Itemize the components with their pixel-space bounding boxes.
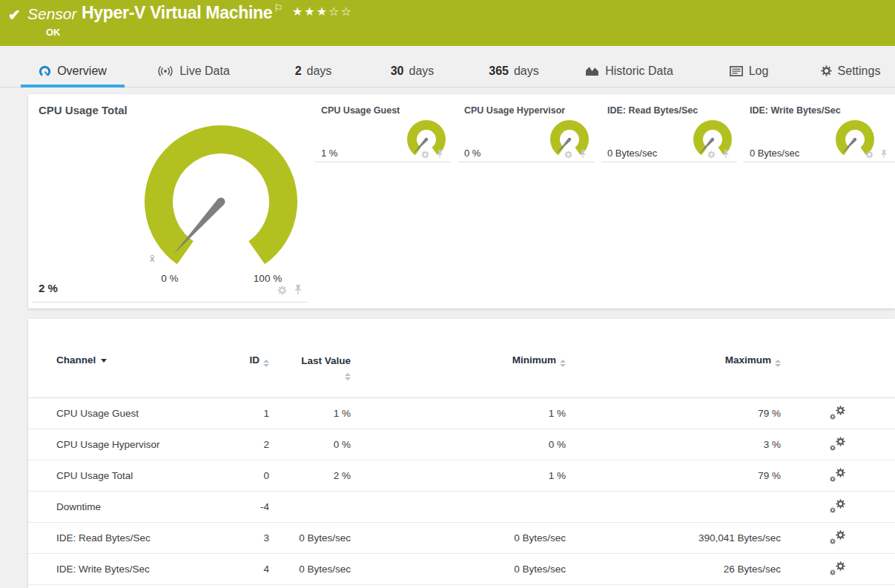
table-row[interactable]: IDE: Write Bytes/Sec 4 0 Bytes/sec 0 Byt… [28,554,895,585]
gauge-icon [39,65,51,77]
cell-channel: IDE: Write Bytes/Sec [28,564,236,575]
cell-channel: CPU Usage Guest [28,408,236,419]
pin-icon[interactable] [880,150,888,159]
cell-maximum: 390,041 Bytes/sec [566,532,781,544]
gauge-title: IDE: Read Bytes/Sec [607,105,698,116]
priority-star-rating[interactable]: ★★★☆☆ [292,4,353,19]
gauge-scale-max-label: 100 % [247,273,288,284]
sort-arrows-icon [263,360,269,367]
cell-id: 2 [236,439,269,450]
cell-maximum: 26 Bytes/sec [566,564,781,575]
gear-icon[interactable] [421,151,429,159]
table-row[interactable]: CPU Usage Hypervisor 2 0 % 0 % 3 % [28,429,895,460]
mean-marker: x̄ [150,253,155,264]
gauge-value: 1 % [321,148,337,159]
cell-id: 4 [236,564,269,575]
broadcast-icon [157,66,174,76]
table-row[interactable]: IDE: Read Bytes/Sec 3 0 Bytes/sec 0 Byte… [28,523,895,554]
cell-maximum: 3 % [566,439,781,450]
cell-last-value: 1 % [269,408,351,419]
channel-settings-gears-icon[interactable] [829,468,847,483]
tab-label: Live Data [179,65,230,78]
column-header-channel[interactable]: Channel [28,354,236,366]
gear-icon[interactable] [707,151,716,159]
cell-id: 3 [236,532,269,544]
table-header-row: Channel ID Last Value Minimum Maximum [28,354,895,398]
tab-label: Historic Data [605,65,673,78]
tab-number: 2 [295,65,302,78]
gauge-scale-min-label: 0 % [154,273,185,284]
flag-icon[interactable]: ⚐ [274,2,283,14]
area-chart-icon [585,65,599,76]
cell-minimum: 0 % [351,439,566,450]
cell-minimum: 0 Bytes/sec [351,532,566,544]
tab-label: Settings [838,65,881,78]
sensor-status-text: OK [46,27,61,38]
pin-icon[interactable] [294,285,303,295]
gauge-value: 2 % [39,282,58,294]
cell-id: 0 [236,470,269,481]
cell-minimum: 1 % [351,408,566,419]
mini-gauge-card-ide-write: IDE: Write Bytes/Sec 0 Bytes/sec [744,105,895,162]
channel-settings-gears-icon[interactable] [829,530,847,546]
table-row[interactable]: CPU Usage Guest 1 1 % 1 % 79 % [28,398,895,429]
sort-arrows-icon [345,373,351,380]
pin-icon[interactable] [436,150,443,159]
channel-settings-gears-icon[interactable] [829,437,847,452]
tab-365-days[interactable]: 365 days [460,46,567,87]
gear-icon[interactable] [277,285,287,295]
mini-gauge-card-cpu-usage-hypervisor: CPU Usage Hypervisor 0 % [458,105,594,162]
tab-label: days [514,65,539,78]
cell-channel: IDE: Read Bytes/Sec [28,532,236,544]
mini-gauge-card-ide-read: IDE: Read Bytes/Sec 0 Bytes/sec [601,105,737,162]
column-header-minimum[interactable]: Minimum [351,354,566,367]
pin-icon[interactable] [579,150,587,159]
cell-channel: CPU Usage Total [28,470,236,481]
sensor-title: Hyper-V Virtual Machine [82,3,272,23]
cell-id: 1 [236,408,269,419]
channel-settings-gears-icon[interactable] [829,406,847,421]
cell-last-value: 2 % [269,470,351,481]
gear-icon[interactable] [564,151,572,159]
table-row[interactable]: CPU Usage Total 0 2 % 1 % 79 % [28,460,895,492]
cell-id: -4 [236,501,269,512]
tab-30-days[interactable]: 30 days [364,46,460,87]
tab-historic-data[interactable]: Historic Data [567,46,691,87]
cell-minimum: 1 % [351,470,566,481]
table-row[interactable]: Downtime -4 [28,492,895,523]
cell-maximum: 79 % [566,408,781,419]
tab-number: 365 [489,65,509,78]
cell-channel: CPU Usage Hypervisor [28,439,236,450]
cell-maximum: 79 % [566,470,781,481]
channel-settings-gears-icon[interactable] [829,561,847,577]
gauge-value: 0 % [464,148,480,159]
channel-table-panel: Channel ID Last Value Minimum Maximum CP… [28,319,895,588]
tab-log[interactable]: Log [691,46,807,87]
divider [32,302,308,303]
channel-settings-gears-icon[interactable] [829,499,847,515]
tab-2-days[interactable]: 2 days [262,46,364,87]
cell-last-value: 0 % [269,439,351,450]
cell-channel: Downtime [28,501,236,512]
column-header-maximum[interactable]: Maximum [566,354,781,367]
cell-last-value: 0 Bytes/sec [269,564,351,575]
tab-overview[interactable]: Overview [21,46,125,87]
tab-settings[interactable]: Settings [807,46,894,87]
column-header-last-value[interactable]: Last Value [269,354,351,380]
gauges-panel: CPU Usage Total x̄ 0 % 100 % 2 % CPU Usa… [28,94,895,308]
tab-label: days [307,65,332,78]
gauge-value: 0 Bytes/sec [750,148,799,159]
cell-last-value: 0 Bytes/sec [269,532,351,544]
sensor-header-bar: ✔ Sensor Hyper-V Virtual Machine ⚐ ★★★☆☆… [0,0,895,46]
gauge-value: 0 Bytes/sec [607,148,657,159]
cpu-total-gauge: x̄ [110,105,332,291]
gear-icon[interactable] [865,151,873,159]
tab-bar: Overview Live Data 2 days 30 days 365 da… [0,46,895,87]
sensor-overview-page: ✔ Sensor Hyper-V Virtual Machine ⚐ ★★★☆☆… [0,0,895,588]
tab-live-data[interactable]: Live Data [125,46,262,87]
pin-icon[interactable] [722,150,730,159]
column-header-id[interactable]: ID [236,354,269,367]
gauge-title: IDE: Write Bytes/Sec [750,105,841,116]
sort-arrows-icon [775,360,781,367]
tab-number: 30 [391,65,404,78]
